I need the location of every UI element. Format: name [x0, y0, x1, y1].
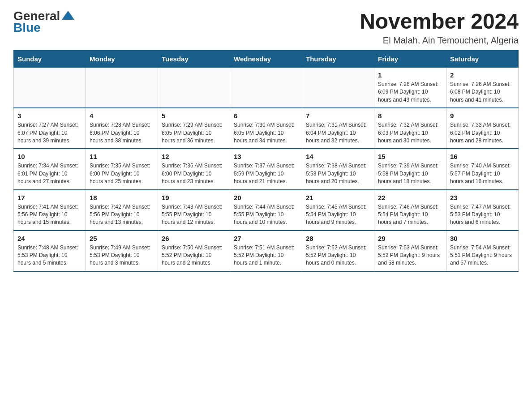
- day-number: 6: [234, 112, 298, 120]
- calendar-cell: 20Sunrise: 7:44 AM Sunset: 5:55 PM Dayli…: [230, 190, 302, 231]
- page-header: General Blue November 2024 El Malah, Ain…: [13, 9, 519, 46]
- day-number: 4: [90, 112, 154, 120]
- calendar-table: SundayMondayTuesdayWednesdayThursdayFrid…: [13, 50, 519, 272]
- day-info: Sunrise: 7:28 AM Sunset: 6:06 PM Dayligh…: [90, 121, 154, 145]
- calendar-cell: 3Sunrise: 7:27 AM Sunset: 6:07 PM Daylig…: [14, 108, 86, 149]
- day-info: Sunrise: 7:51 AM Sunset: 5:52 PM Dayligh…: [234, 244, 298, 267]
- calendar-cell: 12Sunrise: 7:36 AM Sunset: 6:00 PM Dayli…: [158, 149, 230, 189]
- weekday-header-saturday: Saturday: [446, 51, 519, 68]
- calendar-cell: 5Sunrise: 7:29 AM Sunset: 6:05 PM Daylig…: [158, 108, 230, 149]
- day-info: Sunrise: 7:54 AM Sunset: 5:51 PM Dayligh…: [450, 244, 515, 267]
- logo-blue-text: Blue: [13, 21, 41, 35]
- day-number: 7: [306, 112, 370, 120]
- weekday-header-row: SundayMondayTuesdayWednesdayThursdayFrid…: [14, 51, 519, 68]
- calendar-cell: 7Sunrise: 7:31 AM Sunset: 6:04 PM Daylig…: [302, 108, 374, 149]
- calendar-cell: 9Sunrise: 7:33 AM Sunset: 6:02 PM Daylig…: [446, 108, 519, 149]
- calendar-cell: [86, 68, 158, 108]
- day-info: Sunrise: 7:37 AM Sunset: 5:59 PM Dayligh…: [234, 162, 298, 185]
- day-number: 10: [17, 153, 82, 160]
- day-number: 24: [17, 235, 82, 242]
- day-info: Sunrise: 7:38 AM Sunset: 5:58 PM Dayligh…: [306, 162, 370, 185]
- day-number: 1: [378, 71, 442, 79]
- day-number: 3: [17, 112, 82, 120]
- location-subtitle: El Malah, Ain Temouchent, Algeria: [360, 35, 519, 46]
- weekday-header-monday: Monday: [86, 51, 158, 68]
- day-info: Sunrise: 7:33 AM Sunset: 6:02 PM Dayligh…: [450, 121, 515, 145]
- day-info: Sunrise: 7:43 AM Sunset: 5:55 PM Dayligh…: [162, 203, 226, 227]
- day-info: Sunrise: 7:27 AM Sunset: 6:07 PM Dayligh…: [17, 121, 82, 145]
- weekday-header-wednesday: Wednesday: [230, 51, 302, 68]
- day-info: Sunrise: 7:47 AM Sunset: 5:53 PM Dayligh…: [450, 203, 515, 227]
- calendar-cell: [14, 68, 86, 108]
- day-number: 18: [90, 194, 154, 201]
- calendar-cell: 2Sunrise: 7:26 AM Sunset: 6:08 PM Daylig…: [446, 68, 519, 108]
- day-info: Sunrise: 7:45 AM Sunset: 5:54 PM Dayligh…: [306, 203, 370, 227]
- day-number: 17: [17, 194, 82, 201]
- calendar-week-row: 17Sunrise: 7:41 AM Sunset: 5:56 PM Dayli…: [14, 190, 519, 231]
- calendar-cell: 1Sunrise: 7:26 AM Sunset: 6:09 PM Daylig…: [374, 68, 446, 108]
- calendar-cell: 26Sunrise: 7:50 AM Sunset: 5:52 PM Dayli…: [158, 231, 230, 271]
- calendar-week-row: 3Sunrise: 7:27 AM Sunset: 6:07 PM Daylig…: [14, 108, 519, 149]
- weekday-header-friday: Friday: [374, 51, 446, 68]
- day-info: Sunrise: 7:26 AM Sunset: 6:08 PM Dayligh…: [450, 81, 515, 104]
- day-info: Sunrise: 7:35 AM Sunset: 6:00 PM Dayligh…: [90, 162, 154, 185]
- day-number: 15: [378, 153, 442, 160]
- calendar-cell: 4Sunrise: 7:28 AM Sunset: 6:06 PM Daylig…: [86, 108, 158, 149]
- day-number: 13: [234, 153, 298, 160]
- calendar-cell: 29Sunrise: 7:53 AM Sunset: 5:52 PM Dayli…: [374, 231, 446, 271]
- calendar-cell: 13Sunrise: 7:37 AM Sunset: 5:59 PM Dayli…: [230, 149, 302, 189]
- day-info: Sunrise: 7:36 AM Sunset: 6:00 PM Dayligh…: [162, 162, 226, 185]
- day-info: Sunrise: 7:50 AM Sunset: 5:52 PM Dayligh…: [162, 244, 226, 267]
- calendar-cell: 16Sunrise: 7:40 AM Sunset: 5:57 PM Dayli…: [446, 149, 519, 189]
- day-info: Sunrise: 7:41 AM Sunset: 5:56 PM Dayligh…: [17, 203, 82, 227]
- day-info: Sunrise: 7:26 AM Sunset: 6:09 PM Dayligh…: [378, 81, 442, 104]
- calendar-cell: 27Sunrise: 7:51 AM Sunset: 5:52 PM Dayli…: [230, 231, 302, 271]
- calendar-cell: 23Sunrise: 7:47 AM Sunset: 5:53 PM Dayli…: [446, 190, 519, 231]
- calendar-cell: 6Sunrise: 7:30 AM Sunset: 6:05 PM Daylig…: [230, 108, 302, 149]
- day-number: 8: [378, 112, 442, 120]
- calendar-cell: 18Sunrise: 7:42 AM Sunset: 5:56 PM Dayli…: [86, 190, 158, 231]
- day-number: 27: [234, 235, 298, 242]
- month-year-title: November 2024: [360, 9, 519, 34]
- day-number: 20: [234, 194, 298, 201]
- calendar-week-row: 1Sunrise: 7:26 AM Sunset: 6:09 PM Daylig…: [14, 68, 519, 108]
- calendar-cell: 30Sunrise: 7:54 AM Sunset: 5:51 PM Dayli…: [446, 231, 519, 271]
- day-info: Sunrise: 7:32 AM Sunset: 6:03 PM Dayligh…: [378, 121, 442, 145]
- calendar-cell: 8Sunrise: 7:32 AM Sunset: 6:03 PM Daylig…: [374, 108, 446, 149]
- day-number: 26: [162, 235, 226, 242]
- calendar-cell: [230, 68, 302, 108]
- day-info: Sunrise: 7:30 AM Sunset: 6:05 PM Dayligh…: [234, 121, 298, 145]
- day-number: 30: [450, 235, 515, 242]
- day-number: 16: [450, 153, 515, 160]
- day-number: 28: [306, 235, 370, 242]
- calendar-header: SundayMondayTuesdayWednesdayThursdayFrid…: [14, 51, 519, 68]
- logo-arrow-icon: [62, 11, 74, 20]
- day-info: Sunrise: 7:31 AM Sunset: 6:04 PM Dayligh…: [306, 121, 370, 145]
- day-info: Sunrise: 7:42 AM Sunset: 5:56 PM Dayligh…: [90, 203, 154, 227]
- weekday-header-sunday: Sunday: [14, 51, 86, 68]
- day-info: Sunrise: 7:53 AM Sunset: 5:52 PM Dayligh…: [378, 244, 442, 267]
- day-number: 19: [162, 194, 226, 201]
- day-number: 11: [90, 153, 154, 160]
- day-number: 22: [378, 194, 442, 201]
- day-number: 9: [450, 112, 515, 120]
- weekday-header-thursday: Thursday: [302, 51, 374, 68]
- calendar-cell: 10Sunrise: 7:34 AM Sunset: 6:01 PM Dayli…: [14, 149, 86, 189]
- day-info: Sunrise: 7:34 AM Sunset: 6:01 PM Dayligh…: [17, 162, 82, 185]
- weekday-header-tuesday: Tuesday: [158, 51, 230, 68]
- calendar-cell: [302, 68, 374, 108]
- calendar-cell: 21Sunrise: 7:45 AM Sunset: 5:54 PM Dayli…: [302, 190, 374, 231]
- day-number: 12: [162, 153, 226, 160]
- day-info: Sunrise: 7:29 AM Sunset: 6:05 PM Dayligh…: [162, 121, 226, 145]
- calendar-cell: 25Sunrise: 7:49 AM Sunset: 5:53 PM Dayli…: [86, 231, 158, 271]
- day-number: 21: [306, 194, 370, 201]
- day-info: Sunrise: 7:46 AM Sunset: 5:54 PM Dayligh…: [378, 203, 442, 227]
- day-number: 29: [378, 235, 442, 242]
- calendar-cell: 14Sunrise: 7:38 AM Sunset: 5:58 PM Dayli…: [302, 149, 374, 189]
- calendar-cell: 19Sunrise: 7:43 AM Sunset: 5:55 PM Dayli…: [158, 190, 230, 231]
- day-number: 25: [90, 235, 154, 242]
- title-block: November 2024 El Malah, Ain Temouchent, …: [360, 9, 519, 46]
- calendar-cell: 17Sunrise: 7:41 AM Sunset: 5:56 PM Dayli…: [14, 190, 86, 231]
- day-info: Sunrise: 7:44 AM Sunset: 5:55 PM Dayligh…: [234, 203, 298, 227]
- day-info: Sunrise: 7:48 AM Sunset: 5:53 PM Dayligh…: [17, 244, 82, 267]
